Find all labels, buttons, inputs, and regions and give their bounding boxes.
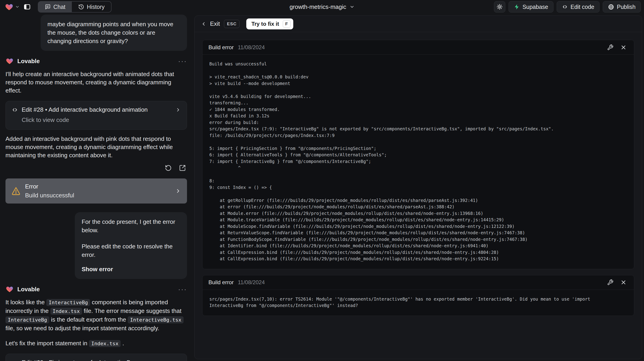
publish-button[interactable]: Publish (603, 1, 641, 12)
sidebar-toggle-button[interactable] (22, 1, 32, 12)
settings-button[interactable] (494, 1, 505, 12)
user-message-line: For the code present, I get the error be… (82, 218, 180, 235)
lovable-logo-menu[interactable] (4, 3, 20, 11)
exit-label: Exit (210, 20, 220, 27)
edit-card-title: Edit #28 • Add interactive background an… (22, 106, 172, 113)
edit-card-title: Edit #29 • Fix import error for Interact… (22, 359, 172, 361)
publish-label: Publish (617, 4, 636, 10)
fix-error-button[interactable] (606, 278, 615, 287)
lovable-heart-icon (6, 285, 14, 293)
message-actions (6, 163, 187, 173)
open-preview-button[interactable] (178, 163, 187, 173)
chevron-right-icon (175, 188, 181, 194)
wrench-icon (607, 279, 614, 286)
inline-code: Index.tsx (89, 340, 121, 347)
code-brackets-icon (12, 360, 18, 361)
top-bar: Chat History growth-metrics-magic (0, 0, 644, 14)
show-error-label: Show error (82, 265, 180, 274)
tab-chat-label: Chat (53, 4, 66, 10)
close-error-button[interactable] (619, 43, 628, 52)
globe-icon (608, 4, 614, 10)
assistant-message-header: Lovable ··· (6, 285, 187, 293)
lovable-heart-icon (6, 57, 14, 65)
preview-area: Exit ESC Try to fix it F Build error 11/… (191, 14, 644, 361)
chevron-right-icon (175, 360, 181, 361)
supabase-label: Supabase (522, 4, 548, 10)
build-error-card[interactable]: Error Build unsuccessful (6, 178, 187, 204)
close-error-button[interactable] (619, 278, 628, 287)
supabase-button[interactable]: Supabase (508, 1, 554, 12)
close-icon (620, 279, 627, 286)
chevron-down-icon (15, 4, 20, 9)
assistant-name: Lovable (17, 286, 40, 293)
lovable-heart-icon (4, 3, 14, 11)
assistant-text: Added an interactive background with pin… (6, 135, 187, 159)
inline-code: InteractiveBg (6, 316, 49, 323)
edit-card-subtitle: Click to view code (22, 116, 181, 123)
build-error-panel: Build error 11/08/2024 (202, 40, 634, 269)
inline-code: InteractiveBg (46, 299, 90, 306)
panel-left-icon (24, 3, 31, 10)
code-brackets-icon (12, 107, 18, 113)
chevron-right-icon (175, 107, 181, 113)
app-window: Chat History growth-metrics-magic (0, 0, 644, 361)
wrench-icon (607, 44, 614, 51)
history-clock-icon (78, 4, 84, 10)
supabase-icon (514, 4, 520, 10)
close-icon (620, 44, 627, 51)
build-error-title: Build error (208, 44, 234, 51)
chat-history-tab-group: Chat History (38, 1, 112, 12)
try-to-fix-button[interactable]: Try to fix it F (246, 18, 293, 29)
error-card-subtitle: Build unsuccessful (25, 192, 74, 199)
assistant-text-rich: It looks like the InteractiveBg componen… (6, 298, 187, 332)
build-log: Build was unsuccessful > vite_react_shad… (202, 55, 634, 269)
tab-chat[interactable]: Chat (38, 1, 72, 12)
project-switcher[interactable]: growth-metrics-magic (290, 0, 354, 14)
build-error-date: 11/08/2024 (238, 44, 265, 51)
chevron-down-icon (349, 4, 354, 9)
build-error-panel: Build error 11/08/2024 (202, 275, 634, 316)
external-link-icon (179, 165, 186, 171)
error-list: Build error 11/08/2024 (194, 32, 642, 359)
code-brackets-icon (562, 4, 568, 10)
chat-panel: maybe diagramming points and when you mo… (0, 14, 191, 361)
esc-key-badge: ESC (224, 20, 240, 28)
tab-history-label: History (87, 4, 105, 10)
restore-icon (165, 165, 172, 171)
f-key-badge: F (283, 20, 291, 27)
gear-icon (496, 4, 503, 10)
error-card-title: Error (25, 183, 74, 190)
inline-code: InteractiveBg.tsx (128, 316, 184, 323)
fix-panel-header: Exit ESC Try to fix it F (194, 16, 642, 32)
inline-code: Index.tsx (50, 308, 82, 315)
restore-button[interactable] (164, 163, 173, 173)
user-message-bubble: maybe diagramming points and when you mo… (40, 14, 187, 51)
try-to-fix-label: Try to fix it (251, 21, 279, 27)
exit-button[interactable]: Exit (201, 20, 220, 27)
user-message-line: Please edit the code to resolve the erro… (82, 242, 180, 259)
message-menu-button[interactable]: ··· (178, 59, 187, 63)
assistant-name: Lovable (17, 58, 40, 65)
edit-card-29[interactable]: Edit #29 • Fix import error for Interact… (6, 354, 187, 361)
fix-error-button[interactable] (606, 43, 615, 52)
error-overlay-panel: Exit ESC Try to fix it F Build error 11/… (194, 15, 642, 359)
build-error-date: 11/08/2024 (238, 279, 265, 286)
build-log: src/pages/Index.tsx(7,10): error TS2614:… (202, 290, 634, 316)
edit-card-28[interactable]: Edit #28 • Add interactive background an… (6, 101, 187, 130)
edit-code-label: Edit code (570, 4, 594, 10)
assistant-text: I'll help create an interactive backgrou… (6, 70, 187, 95)
chat-bubble-icon (45, 4, 51, 10)
assistant-message-header: Lovable ··· (6, 57, 187, 65)
chevron-left-icon (201, 21, 206, 27)
build-error-title: Build error (208, 279, 234, 286)
edit-code-button[interactable]: Edit code (557, 1, 600, 12)
tab-history[interactable]: History (72, 1, 111, 12)
assistant-text-rich: Let's fix the import statement in Index.… (6, 339, 187, 348)
user-message-bubble: For the code present, I get the error be… (75, 212, 187, 279)
warning-triangle-icon (12, 186, 20, 196)
message-menu-button[interactable]: ··· (178, 287, 187, 292)
project-name: growth-metrics-magic (290, 3, 346, 10)
